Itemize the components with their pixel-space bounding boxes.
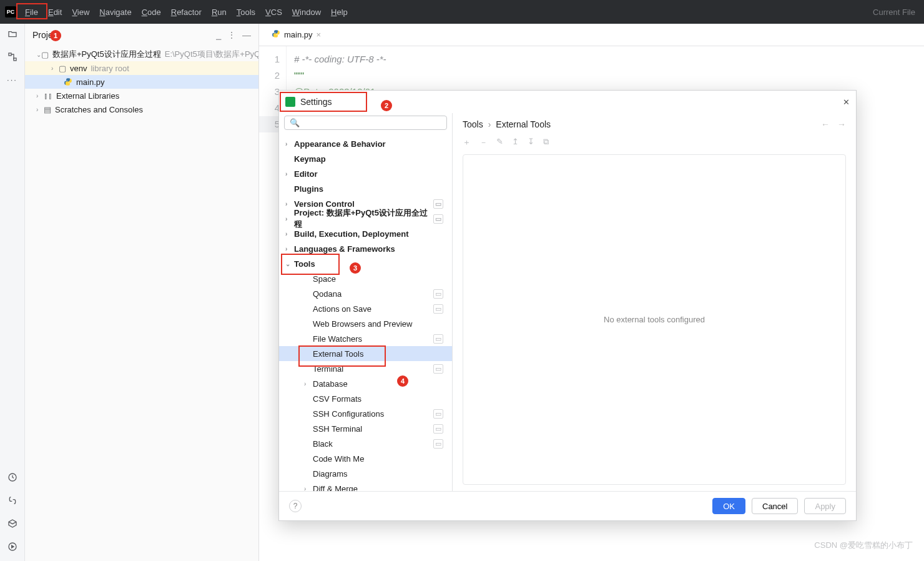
settings-cat-actions-on-save[interactable]: Actions on Save▭ (279, 301, 452, 316)
settings-cat-space[interactable]: Space (279, 271, 452, 286)
menu-item-edit[interactable]: Edit (43, 5, 67, 19)
packages-icon[interactable] (7, 519, 17, 530)
menu-item-help[interactable]: Help (326, 5, 353, 19)
settings-search[interactable]: 🔍 (284, 116, 447, 130)
tree-scratches[interactable]: › ▤ Scratches and Consoles (25, 102, 258, 116)
venv-note: library root (91, 64, 129, 73)
chevron-right-icon: › (488, 119, 491, 129)
settings-cat-project-pyqt5-[interactable]: ›Project: 数据库+PyQt5设计应用全过程▭ (279, 211, 452, 226)
search-icon: 🔍 (290, 118, 300, 127)
settings-cat-terminal[interactable]: Terminal▭ (279, 361, 452, 376)
code-line: # -*- coding: UTF-8 -*- (294, 51, 386, 67)
menu-item-code[interactable]: Code (137, 5, 166, 19)
python-console-icon[interactable] (7, 495, 17, 507)
settings-cat-ssh-terminal[interactable]: SSH Terminal▭ (279, 421, 452, 436)
dialog-title: Settings (300, 97, 332, 107)
settings-cat-web-browsers-and-preview[interactable]: Web Browsers and Preview (279, 316, 452, 331)
main-menu-bar: PC FileEditViewNavigateCodeRefactorRunTo… (0, 0, 924, 24)
external-tools-toolbar: ＋ － ✎ ↥ ↧ ⧉ (453, 133, 856, 152)
settings-cat-file-watchers[interactable]: File Watchers▭ (279, 331, 452, 346)
settings-cat-external-tools[interactable]: External Tools (279, 346, 452, 361)
close-tab-icon[interactable]: × (317, 30, 322, 39)
settings-cat-appearance-behavior[interactable]: ›Appearance & Behavior (279, 136, 452, 151)
down-icon[interactable]: ↧ (528, 137, 534, 148)
settings-cat-database[interactable]: ›Database (279, 376, 452, 391)
menu-item-window[interactable]: Window (287, 5, 326, 19)
cancel-button[interactable]: Cancel (752, 498, 798, 514)
nav-forward-icon[interactable]: → (837, 119, 846, 129)
app-logo: PC (5, 6, 16, 17)
copy-icon[interactable]: ⧉ (543, 137, 549, 148)
root-name: 数据库+PyQt5设计应用全过程 (52, 49, 161, 60)
folder-icon: ▢ (41, 50, 49, 59)
settings-cat-diff-merge[interactable]: ›Diff & Merge (279, 481, 452, 491)
scratches-icon: ▤ (44, 105, 51, 114)
menu-item-tools[interactable]: Tools (232, 5, 260, 19)
settings-cat-languages-frameworks[interactable]: ›Languages & Frameworks (279, 241, 452, 256)
root-path: E:\PyQt5项目\数据库+PyQt (165, 49, 258, 60)
collapse-icon[interactable]: ⎯ (216, 30, 221, 40)
left-tool-strip: ··· (0, 24, 25, 561)
tree-ext-libs[interactable]: › ⫿⫿ External Libraries (25, 89, 258, 102)
menu-item-file[interactable]: File (20, 5, 43, 19)
menu-item-navigate[interactable]: Navigate (94, 5, 136, 19)
services-icon[interactable] (7, 472, 17, 484)
settings-cat-black[interactable]: Black▭ (279, 436, 452, 451)
help-icon[interactable]: ? (289, 500, 302, 512)
settings-cat-ssh-configurations[interactable]: SSH Configurations▭ (279, 406, 452, 421)
settings-cat-csv-formats[interactable]: CSV Formats (279, 391, 452, 406)
menu-item-run[interactable]: Run (207, 5, 232, 19)
editor-tabs: main.py × (259, 24, 924, 46)
hide-icon[interactable]: — (242, 30, 251, 40)
crumb-b: External Tools (496, 119, 551, 129)
ok-button[interactable]: OK (712, 498, 745, 514)
svg-rect-0 (9, 53, 11, 56)
watermark: CSDN @爱吃雪糕的小布丁 (814, 540, 913, 551)
python-file-icon (272, 29, 280, 40)
project-tool-icon[interactable] (7, 29, 17, 41)
add-icon[interactable]: ＋ (463, 137, 471, 148)
settings-dialog: Settings ✕ 🔍 ›Appearance & BehaviorKeyma… (278, 90, 857, 521)
project-title: Proje (32, 30, 53, 40)
project-tree[interactable]: ⌄ ▢ 数据库+PyQt5设计应用全过程 E:\PyQt5项目\数据库+PyQt… (25, 46, 258, 117)
tree-venv[interactable]: › ▢ venv library root (25, 61, 258, 75)
settings-cat-plugins[interactable]: Plugins (279, 181, 452, 196)
menu-item-refactor[interactable]: Refactor (166, 5, 207, 19)
dialog-logo-icon (285, 97, 295, 107)
project-tool-window: Proje ⌄ ⎯ ⋮ — ⌄ ▢ 数据库+PyQt5设计应用全过程 E:\Py… (25, 24, 259, 561)
settings-categories[interactable]: ›Appearance & BehaviorKeymap›EditorPlugi… (279, 135, 452, 491)
close-icon[interactable]: ✕ (843, 97, 850, 107)
settings-cat-code-with-me[interactable]: Code With Me (279, 451, 452, 466)
menu-item-vcs[interactable]: VCS (260, 5, 287, 19)
run-config-label: Current File (873, 7, 919, 17)
settings-cat-qodana[interactable]: Qodana▭ (279, 286, 452, 301)
tab-label: main.py (284, 30, 313, 39)
menu-item-view[interactable]: View (67, 5, 94, 19)
tree-mainfile[interactable]: main.py (25, 75, 258, 89)
more-tool-icon[interactable]: ··· (7, 75, 17, 84)
run-tool-icon[interactable] (7, 542, 17, 554)
ext-label: External Libraries (56, 91, 119, 101)
settings-cat-diagrams[interactable]: Diagrams (279, 466, 452, 481)
editor-tab-main[interactable]: main.py × (265, 29, 327, 40)
settings-cat-keymap[interactable]: Keymap (279, 151, 452, 166)
apply-button[interactable]: Apply (804, 498, 846, 514)
chevron-down-icon[interactable]: ⌄ (56, 30, 63, 40)
up-icon[interactable]: ↥ (512, 137, 519, 148)
external-tools-list: No external tools configured (463, 154, 846, 485)
scratches-label: Scratches and Consoles (55, 105, 143, 114)
python-file-icon (64, 77, 72, 86)
empty-message: No external tools configured (604, 315, 705, 324)
search-input[interactable] (300, 118, 441, 127)
settings-cat-tools[interactable]: ⌄Tools (279, 256, 452, 271)
structure-tool-icon[interactable] (7, 52, 17, 64)
edit-icon[interactable]: ✎ (496, 137, 503, 148)
tree-root[interactable]: ⌄ ▢ 数据库+PyQt5设计应用全过程 E:\PyQt5项目\数据库+PyQt (25, 47, 258, 61)
settings-dots-icon[interactable]: ⋮ (227, 30, 236, 40)
mainfile-name: main.py (76, 77, 105, 87)
remove-icon[interactable]: － (479, 137, 488, 148)
nav-back-icon[interactable]: ← (821, 119, 830, 129)
settings-cat-editor[interactable]: ›Editor (279, 166, 452, 181)
code-line: """ (294, 67, 386, 84)
settings-breadcrumb: Tools › External Tools ← → (453, 113, 856, 133)
